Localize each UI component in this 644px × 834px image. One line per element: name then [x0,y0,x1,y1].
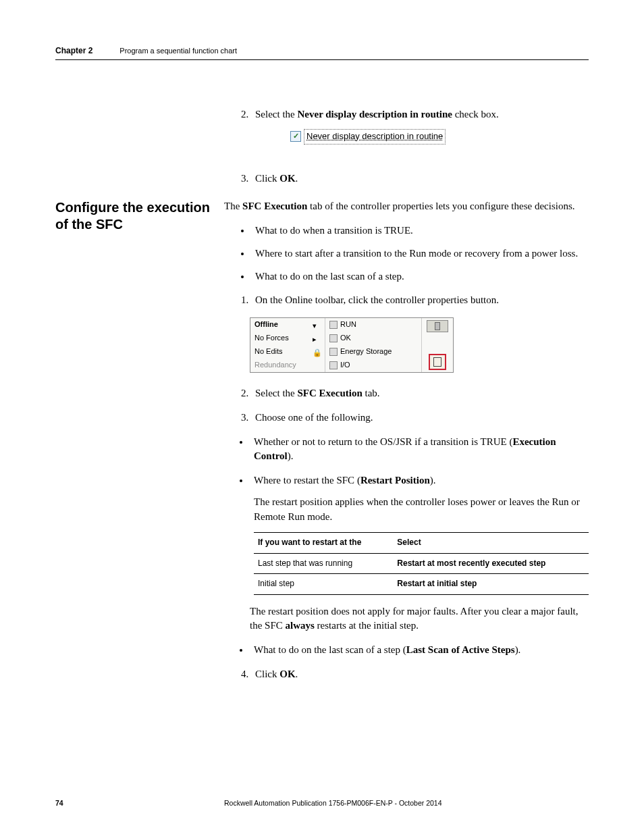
led-icon [329,334,338,342]
checkbox-label: Never display description in routine [304,129,446,145]
page-footer: 74 Rockwell Automation Publication 1756-… [55,799,589,807]
status-noedits: No Edits [254,346,283,357]
sub-execution-control: Whether or not to return to the OS/JSR i… [250,435,589,465]
controller-properties-button [429,354,446,370]
bullet-where-start: Where to start after a transition to the… [251,246,589,261]
led-icon [329,348,338,356]
proc-step-3: Choose one of the following. [251,411,589,425]
after-table-note: The restart position does not apply for … [250,604,589,634]
chapter-title: Program a sequential function chart [119,47,237,55]
check-icon: ✓ [290,131,301,142]
proc-step-1: On the Online toolbar, click the control… [251,293,589,308]
page-number: 74 [55,799,224,807]
page-header: Chapter 2 Program a sequential function … [55,46,589,60]
table-header: If you want to restart at the [254,533,393,553]
lock-icon: 🔒 [313,348,321,356]
proc-step-2: Select the SFC Execution tab. [251,386,589,401]
chapter-label: Chapter 2 [55,46,92,55]
section-intro: The SFC Execution tab of the controller … [224,199,589,214]
checkbox-screenshot: ✓ Never display description in routine [290,129,446,145]
table-header: Select [393,533,589,553]
publication-info: Rockwell Automation Publication 1756-PM0… [224,799,589,807]
led-icon [329,321,338,329]
restart-table: If you want to restart at the Select Las… [254,532,589,594]
bullet-transition-true: What to do when a transition is TRUE. [251,224,589,238]
play-icon: ▸ [313,334,321,342]
status-offline: Offline [254,319,278,330]
table-row: Last step that was running Restart at mo… [254,553,589,573]
section-heading: Configure the execution of the SFC [55,199,224,233]
table-row: If you want to restart at the Select [254,533,589,553]
step-2: Select the Never display description in … [251,107,589,159]
led-icon [329,361,338,369]
table-row: Initial step Restart at initial step [254,574,589,594]
restart-note: The restart position applies when the co… [254,495,589,525]
sub-restart-position: Where to restart the SFC (Restart Positi… [250,473,589,594]
key-switch-icon [427,320,448,332]
status-redundancy: Redundancy [254,360,296,371]
status-noforces: No Forces [254,333,289,344]
toolbar-screenshot: Offline▾ No Forces▸ No Edits🔒 Redundancy… [250,317,454,373]
controller-icon [433,357,441,367]
dropdown-icon: ▾ [313,321,321,329]
bullet-last-scan: What to do on the last scan of a step. [251,269,589,284]
sub-last-scan: What to do on the last scan of a step (L… [250,643,589,658]
proc-step-4: Click OK. [251,667,589,682]
step-3: Click OK. [251,172,589,186]
